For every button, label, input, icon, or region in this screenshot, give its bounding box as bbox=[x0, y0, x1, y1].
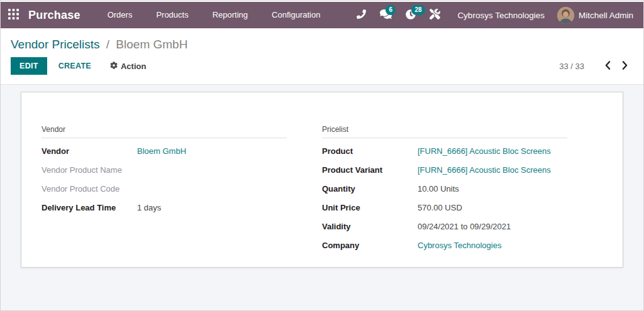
content-area: VendorVendorBloem GmbHVendor Product Nam… bbox=[1, 85, 643, 311]
menu-item-reporting[interactable]: Reporting bbox=[201, 2, 260, 28]
navbar-right: 6 28 Cybrosys Technologies bbox=[350, 2, 643, 28]
field-value[interactable]: Cybrosys Technologies bbox=[418, 241, 501, 250]
create-button[interactable]: CREATE bbox=[52, 58, 97, 74]
field-row: Product Variant[FURN_6666] Acoustic Bloc… bbox=[322, 161, 567, 180]
field-value[interactable]: [FURN_6666] Acoustic Bloc Screens bbox=[418, 165, 551, 175]
field-label: Vendor Product Name bbox=[42, 165, 137, 175]
field-label: Unit Price bbox=[322, 203, 418, 212]
grid-icon bbox=[8, 9, 19, 21]
control-panel: Vendor Pricelists / Bloem GmbH EDIT CREA… bbox=[1, 28, 643, 85]
action-menu-button[interactable]: Action bbox=[110, 62, 146, 71]
field-label: Product bbox=[322, 146, 418, 156]
field-row: Quantity10.00 Units bbox=[322, 180, 567, 199]
breadcrumb-separator: / bbox=[106, 38, 109, 51]
field-row: Unit Price570.00 USD bbox=[322, 199, 567, 217]
field-row: VendorBloem GmbH bbox=[42, 142, 287, 161]
field-value: 10.00 Units bbox=[418, 184, 459, 194]
chevron-right-icon bbox=[622, 61, 628, 72]
breadcrumb-parent-link[interactable]: Vendor Pricelists bbox=[11, 38, 100, 51]
control-panel-buttons-row: EDIT CREATE Action 33 / 33 bbox=[1, 52, 643, 75]
phone-icon bbox=[357, 9, 366, 21]
breadcrumb-current: Bloem GmbH bbox=[116, 38, 187, 51]
user-name: Mitchell Admin bbox=[579, 11, 633, 20]
field-row: CompanyCybrosys Technologies bbox=[322, 236, 567, 255]
form-grid: VendorVendorBloem GmbHVendor Product Nam… bbox=[42, 125, 623, 255]
field-value: 1 days bbox=[137, 203, 161, 212]
pager-value[interactable]: 33 / 33 bbox=[559, 62, 584, 71]
pager-previous-button[interactable] bbox=[599, 60, 616, 73]
user-menu[interactable]: Mitchell Admin bbox=[555, 2, 636, 28]
field-row: Delivery Lead Time1 days bbox=[42, 199, 287, 217]
wrench-icon bbox=[430, 9, 440, 21]
top-navbar: Purchase OrdersProductsReportingConfigur… bbox=[1, 2, 643, 28]
form-sheet: VendorVendorBloem GmbHVendor Product Nam… bbox=[21, 92, 623, 268]
menu-item-products[interactable]: Products bbox=[144, 2, 200, 28]
breadcrumb: Vendor Pricelists / Bloem GmbH bbox=[1, 28, 643, 52]
field-label: Company bbox=[322, 241, 418, 250]
pager: 33 / 33 bbox=[559, 60, 633, 73]
tools-button[interactable] bbox=[423, 2, 447, 28]
navbar-left: Purchase OrdersProductsReportingConfigur… bbox=[1, 2, 332, 28]
field-row: Validity09/24/2021 to 09/29/2021 bbox=[322, 217, 567, 236]
field-value: 09/24/2021 to 09/29/2021 bbox=[418, 222, 511, 231]
field-row: Product[FURN_6666] Acoustic Bloc Screens bbox=[322, 142, 567, 161]
main-menu: OrdersProductsReportingConfiguration bbox=[96, 2, 333, 28]
phone-button[interactable] bbox=[350, 2, 373, 28]
edit-button[interactable]: EDIT bbox=[11, 57, 47, 75]
field-row: Vendor Product Code bbox=[42, 180, 287, 199]
pricelist-section: PricelistProduct[FURN_6666] Acoustic Blo… bbox=[322, 125, 567, 255]
messages-button[interactable]: 6 bbox=[373, 2, 399, 28]
vendor-section: VendorVendorBloem GmbHVendor Product Nam… bbox=[42, 125, 287, 255]
section-title: Pricelist bbox=[322, 125, 567, 138]
app-title[interactable]: Purchase bbox=[28, 9, 80, 22]
app-window: Purchase OrdersProductsReportingConfigur… bbox=[0, 0, 644, 311]
field-label: Quantity bbox=[322, 184, 418, 194]
field-label: Vendor bbox=[42, 146, 137, 156]
action-label: Action bbox=[121, 62, 146, 71]
menu-item-orders[interactable]: Orders bbox=[96, 2, 145, 28]
control-panel-left: EDIT CREATE Action bbox=[11, 57, 146, 75]
field-value[interactable]: [FURN_6666] Acoustic Bloc Screens bbox=[418, 146, 551, 156]
gear-icon bbox=[110, 62, 118, 71]
avatar bbox=[557, 7, 574, 24]
section-title: Vendor bbox=[42, 125, 287, 138]
field-label: Product Variant bbox=[322, 165, 418, 175]
field-value: 570.00 USD bbox=[418, 203, 462, 212]
field-label: Validity bbox=[322, 222, 418, 231]
field-value[interactable]: Bloem GmbH bbox=[137, 146, 186, 156]
field-label: Vendor Product Code bbox=[42, 184, 137, 194]
menu-item-configuration[interactable]: Configuration bbox=[260, 2, 332, 28]
pager-next-button[interactable] bbox=[616, 60, 633, 73]
messages-badge: 6 bbox=[386, 5, 396, 15]
chevron-left-icon bbox=[605, 61, 611, 72]
field-label: Delivery Lead Time bbox=[42, 203, 137, 212]
company-switcher[interactable]: Cybrosys Technologies bbox=[447, 2, 555, 28]
activities-button[interactable]: 28 bbox=[399, 2, 423, 28]
field-row: Vendor Product Name bbox=[42, 161, 287, 180]
apps-menu-button[interactable] bbox=[1, 2, 26, 28]
